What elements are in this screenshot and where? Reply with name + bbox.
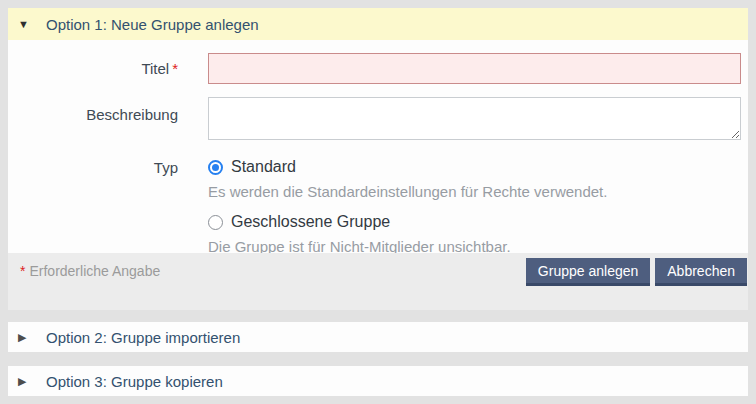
radio-closed-group[interactable]: Geschlossene Gruppe [208,212,741,232]
required-note-asterisk: * [20,263,25,279]
radio-closed-group-help: Die Gruppe ist für Nicht-Mitglieder unsi… [208,237,741,253]
title-field-wrap [208,53,741,84]
triangle-right-icon: ▶ [18,331,38,344]
create-group-button[interactable]: Gruppe anlegen [526,258,650,286]
title-label-text: Titel [141,60,169,77]
spacer [8,352,748,366]
type-label: Typ [8,157,178,253]
radio-standard[interactable]: Standard [208,157,741,177]
form-footer: *Erforderliche Angabe Gruppe anlegen Abb… [8,253,748,310]
triangle-right-icon: ▶ [18,375,38,388]
radio-selected-icon[interactable] [208,160,223,175]
radio-standard-help: Es werden die Standardeinstellungen für … [208,182,741,201]
triangle-down-icon: ▼ [18,18,38,30]
radio-closed-group-label: Geschlossene Gruppe [231,212,390,232]
required-note-text: Erforderliche Angabe [29,263,160,279]
description-row: Beschreibung [8,97,741,144]
accordion-header-option2[interactable]: ▶ Option 2: Gruppe importieren [8,322,748,352]
create-group-form: Titel* Beschreibung Typ Standard [8,40,748,253]
radio-standard-label: Standard [231,157,296,177]
title-label: Titel* [8,53,178,84]
title-input[interactable] [208,53,741,84]
cancel-button[interactable]: Abbrechen [655,258,747,286]
page: ▼ Option 1: Neue Gruppe anlegen Titel* B… [0,0,756,404]
title-row: Titel* [8,53,741,84]
accordion-header-option3[interactable]: ▶ Option 3: Gruppe kopieren [8,366,748,396]
description-field-wrap [208,97,741,144]
type-field-wrap: Standard Es werden die Standardeinstellu… [208,157,741,253]
description-label: Beschreibung [8,97,178,144]
required-note: *Erforderliche Angabe [20,258,521,279]
accordion-panel-option1: ▼ Option 1: Neue Gruppe anlegen Titel* B… [8,8,748,310]
type-row: Typ Standard Es werden die Standardeinst… [8,157,741,253]
required-asterisk: * [172,60,178,77]
accordion-title-option3: Option 3: Gruppe kopieren [46,373,223,390]
description-textarea[interactable] [208,97,741,140]
accordion-title-option1: Option 1: Neue Gruppe anlegen [46,16,259,33]
accordion-title-option2: Option 2: Gruppe importieren [46,329,240,346]
radio-unselected-icon[interactable] [208,215,223,230]
accordion-header-option1[interactable]: ▼ Option 1: Neue Gruppe anlegen [8,8,748,40]
